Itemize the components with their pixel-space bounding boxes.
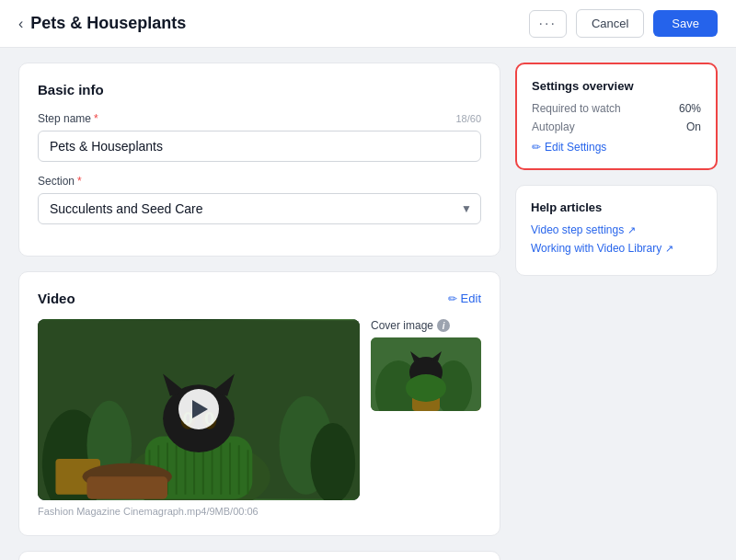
external-link-icon-2: ↗ (665, 243, 673, 255)
svg-point-38 (406, 374, 446, 402)
step-name-label: Step name (38, 112, 91, 125)
cover-image[interactable] (371, 337, 481, 411)
header: ‹ Pets & Houseplants ··· Cancel Save (0, 0, 736, 48)
basic-info-card: Basic info Step name * 18/60 Section * S… (18, 63, 500, 257)
section-select[interactable]: Succulents and Seed Care (38, 193, 481, 224)
back-arrow[interactable]: ‹ (18, 16, 23, 32)
required-to-watch-value: 60% (679, 102, 701, 115)
required-to-watch-label: Required to watch (532, 102, 621, 115)
settings-overview-title: Settings overview (532, 79, 701, 93)
play-button[interactable] (178, 389, 219, 429)
required-star: * (94, 112, 98, 125)
svg-point-4 (311, 423, 356, 500)
basic-info-title: Basic info (38, 82, 481, 97)
more-button[interactable]: ··· (529, 10, 567, 38)
section-required-star: * (77, 175, 82, 188)
help-articles-card: Help articles Video step settings ↗ Work… (515, 185, 718, 276)
help-link-2-label: Working with Video Library (531, 242, 661, 255)
description-card: Description ✦ Welcome to our video on pe… (18, 551, 500, 560)
help-link-video-library[interactable]: Working with Video Library ↗ (531, 242, 702, 255)
help-link-video-settings[interactable]: Video step settings ↗ (531, 223, 702, 236)
settings-overview-card: Settings overview Required to watch 60% … (515, 63, 718, 170)
section-label: Section (38, 175, 75, 188)
autoplay-value: On (686, 120, 701, 133)
help-articles-title: Help articles (531, 200, 702, 214)
edit-video-button[interactable]: ✏ Edit (448, 291, 481, 305)
video-card: Video ✏ Edit (18, 271, 500, 536)
video-section-title: Video (38, 291, 75, 306)
cover-image-label: Cover image (371, 319, 433, 332)
save-button[interactable]: Save (653, 10, 718, 37)
edit-settings-icon: ✏ (532, 141, 541, 154)
svg-rect-30 (86, 476, 167, 498)
edit-pencil-icon: ✏ (448, 292, 457, 305)
help-link-1-label: Video step settings (531, 223, 624, 236)
step-name-input[interactable] (38, 131, 481, 162)
cancel-button[interactable]: Cancel (576, 9, 644, 38)
page-title: Pets & Houseplants (30, 14, 186, 33)
info-icon: i (437, 319, 450, 332)
video-meta: Fashion Magazine Cinemagraph.mp4/9MB/00:… (38, 506, 360, 517)
edit-settings-link[interactable]: ✏ Edit Settings (532, 141, 701, 154)
autoplay-label: Autoplay (532, 120, 575, 133)
video-player[interactable]: Fashion Magazine Cinemagraph.mp4/9MB/00:… (38, 319, 360, 517)
char-count: 18/60 (455, 113, 481, 124)
external-link-icon-1: ↗ (627, 224, 636, 236)
cover-image-section: Cover image i (371, 319, 481, 517)
